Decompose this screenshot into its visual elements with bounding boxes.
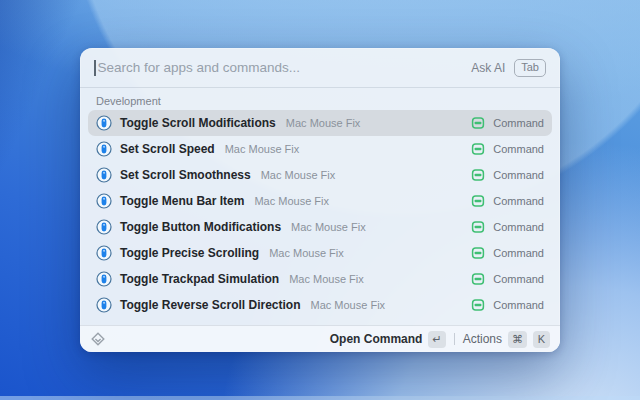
item-subtitle: Mac Mouse Fix [286, 117, 361, 129]
tab-key-hint: Tab [514, 59, 546, 77]
list-item[interactable]: Set Scroll SpeedMac Mouse FixCommand [88, 136, 552, 162]
item-type: Command [493, 247, 544, 259]
open-command-label: Open Command [330, 332, 423, 346]
item-type: Command [493, 169, 544, 181]
mac-mouse-fix-icon [96, 297, 112, 313]
item-title: Toggle Scroll Modifications [120, 116, 276, 130]
mac-mouse-fix-icon [96, 271, 112, 287]
mac-mouse-fix-icon [96, 193, 112, 209]
command-icon [471, 194, 485, 208]
mac-mouse-fix-icon [96, 167, 112, 183]
list-item[interactable]: Set Scroll SmoothnessMac Mouse FixComman… [88, 162, 552, 188]
item-title: Toggle Trackpad Simulation [120, 272, 279, 286]
results-list: DevelopmentToggle Scroll ModificationsMa… [80, 88, 560, 325]
return-key-hint: ↵ [428, 331, 445, 348]
actions-label: Actions [463, 332, 502, 346]
item-title: Set Scroll Speed [120, 142, 215, 156]
section-label-development: Development [96, 95, 544, 107]
item-title: Toggle Reverse Scroll Direction [120, 298, 301, 312]
item-title: Toggle Precise Scrolling [120, 246, 259, 260]
item-title: Toggle Menu Bar Item [120, 194, 244, 208]
text-caret [94, 60, 96, 76]
launcher-window: Ask AI Tab DevelopmentToggle Scroll Modi… [80, 48, 560, 352]
actions-button[interactable]: Actions ⌘ K [463, 331, 550, 348]
command-icon [471, 246, 485, 260]
item-type: Command [493, 117, 544, 129]
item-type: Command [493, 273, 544, 285]
command-icon [471, 220, 485, 234]
item-subtitle: Mac Mouse Fix [291, 221, 366, 233]
item-title: Toggle Button Modifications [120, 220, 281, 234]
search-input[interactable] [98, 60, 472, 75]
search-bar: Ask AI Tab [80, 48, 560, 88]
open-command-button[interactable]: Open Command ↵ [330, 331, 446, 348]
item-type: Command [493, 195, 544, 207]
command-key-hint: ⌘ [508, 331, 527, 348]
mac-mouse-fix-icon [96, 141, 112, 157]
command-icon [471, 272, 485, 286]
ask-ai-button[interactable]: Ask AI [471, 61, 505, 75]
item-subtitle: Mac Mouse Fix [225, 143, 300, 155]
footer-actions: Open Command ↵ Actions ⌘ K [330, 331, 550, 348]
item-type: Command [493, 221, 544, 233]
item-type: Command [493, 299, 544, 311]
command-icon [471, 168, 485, 182]
k-key-hint: K [533, 331, 550, 348]
footer-bar: Open Command ↵ Actions ⌘ K [80, 325, 560, 352]
list-item[interactable]: Toggle Trackpad SimulationMac Mouse FixC… [88, 266, 552, 292]
item-subtitle: Mac Mouse Fix [289, 273, 364, 285]
list-item[interactable]: Toggle Scroll ModificationsMac Mouse Fix… [88, 110, 552, 136]
mac-mouse-fix-icon [96, 219, 112, 235]
raycast-logo-icon [90, 331, 106, 347]
item-subtitle: Mac Mouse Fix [254, 195, 329, 207]
command-icon [471, 116, 485, 130]
list-item[interactable]: Toggle Menu Bar ItemMac Mouse FixCommand [88, 188, 552, 214]
item-subtitle: Mac Mouse Fix [261, 169, 336, 181]
command-icon [471, 142, 485, 156]
item-subtitle: Mac Mouse Fix [269, 247, 344, 259]
command-icon [471, 298, 485, 312]
item-subtitle: Mac Mouse Fix [311, 299, 386, 311]
list-item[interactable]: Toggle Button ModificationsMac Mouse Fix… [88, 214, 552, 240]
list-item[interactable]: Toggle Precise ScrollingMac Mouse FixCom… [88, 240, 552, 266]
list-item[interactable]: Toggle Reverse Scroll DirectionMac Mouse… [88, 292, 552, 318]
mac-mouse-fix-icon [96, 115, 112, 131]
item-title: Set Scroll Smoothness [120, 168, 251, 182]
footer-divider [454, 333, 455, 345]
mac-mouse-fix-icon [96, 245, 112, 261]
item-type: Command [493, 143, 544, 155]
